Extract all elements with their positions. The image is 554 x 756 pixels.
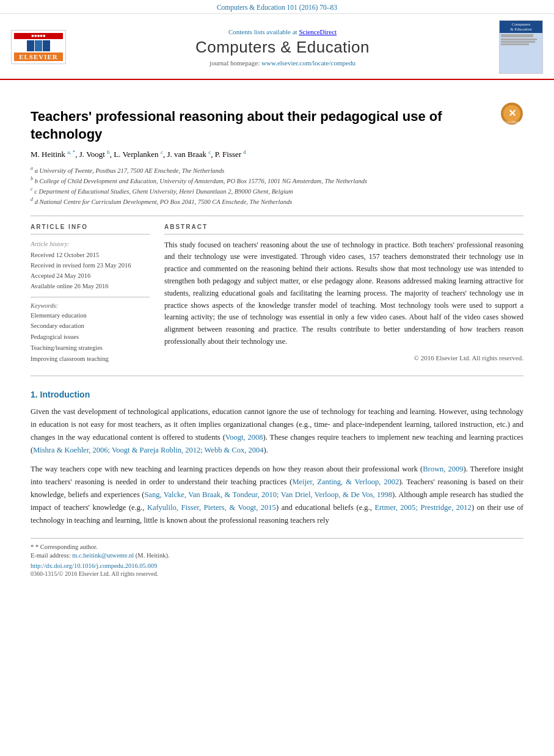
keyword-5: Improving classroom teaching bbox=[31, 355, 109, 362]
article-info-label: Article Info bbox=[31, 224, 150, 230]
ref-ertmer[interactable]: Ertmer, 2005; Prestridge, 2012 bbox=[374, 503, 471, 512]
email-note: E-mail address: m.c.heitink@utwente.nl (… bbox=[31, 552, 523, 559]
ref-meijer[interactable]: Meijer, Zanting, & Verloop, 2002 bbox=[292, 478, 399, 486]
introduction-section: 1. Introduction Given the vast developme… bbox=[31, 390, 523, 527]
svg-text:✕: ✕ bbox=[508, 108, 516, 118]
affiliations: a a University of Twente, Postbus 217, 7… bbox=[31, 165, 523, 207]
intro-paragraph-1: Given the vast development of technologi… bbox=[31, 405, 523, 457]
svg-text:CrossMark: CrossMark bbox=[505, 120, 520, 124]
received-date: Received 12 October 2015 bbox=[31, 252, 99, 258]
keywords-list: Elementary education Secondary education… bbox=[31, 310, 150, 365]
abstract-col: Abstract This study focused on teachers'… bbox=[164, 224, 523, 365]
journal-homepage: journal homepage: www.elsevier.com/locat… bbox=[66, 59, 499, 67]
ref-kafyulilo[interactable]: Kafyulilo, Fisser, Pieters, & Voogt, 201… bbox=[147, 503, 276, 512]
crossmark-logo[interactable]: ✕ CrossMark bbox=[500, 102, 523, 128]
article-history: Article history: Received 12 October 201… bbox=[31, 239, 150, 292]
journal-header: ■■■■■ ELSEVIER Contents lists available … bbox=[0, 14, 554, 80]
copyright: © 2016 Elsevier Ltd. All rights reserved… bbox=[164, 354, 523, 362]
available-date: Available online 26 May 2016 bbox=[31, 283, 109, 289]
contents-text: Contents lists available at bbox=[228, 28, 297, 35]
doi-link[interactable]: http://dx.doi.org/10.1016/j.compedu.2016… bbox=[31, 562, 157, 569]
article-info-abstract: Article Info Article history: Received 1… bbox=[31, 224, 523, 365]
sciencedirect-link[interactable]: Contents lists available at ScienceDirec… bbox=[66, 28, 499, 35]
corresponding-label: * Corresponding author. bbox=[35, 543, 98, 550]
ref-sang[interactable]: Sang, Valcke, Van Braak, & Tondeur, 2010… bbox=[144, 490, 392, 499]
paper-title: Teachers' professional reasoning about t… bbox=[31, 108, 494, 143]
keyword-1: Elementary education bbox=[31, 312, 87, 319]
sciencedirect-text[interactable]: ScienceDirect bbox=[299, 28, 337, 35]
footnote-area: * * Corresponding author. E-mail address… bbox=[31, 538, 523, 577]
citation-text: Computers & Education 101 (2016) 70–83 bbox=[217, 4, 337, 11]
received-revised-date: Received in revised form 23 May 2016 bbox=[31, 262, 131, 269]
journal-title: Computers & Education bbox=[66, 38, 499, 57]
doi-line: http://dx.doi.org/10.1016/j.compedu.2016… bbox=[31, 562, 523, 569]
email-author-name: (M. Heitink). bbox=[136, 552, 170, 559]
asterisk: * bbox=[31, 543, 34, 550]
keywords-label: Keywords: bbox=[31, 302, 150, 309]
journal-thumbnail: Computers& Education bbox=[499, 20, 543, 74]
article-info-col: Article Info Article history: Received 1… bbox=[31, 224, 150, 365]
history-label: Article history: bbox=[31, 239, 150, 250]
ref-brown-2009[interactable]: Brown, 2009 bbox=[423, 465, 463, 473]
accepted-date: Accepted 24 May 2016 bbox=[31, 272, 90, 279]
elsevier-text: ELSEVIER bbox=[14, 53, 63, 61]
abstract-text: This study focused on teachers' reasonin… bbox=[164, 239, 523, 348]
journal-center: Contents lists available at ScienceDirec… bbox=[66, 28, 499, 67]
content-area: Teachers' professional reasoning about t… bbox=[0, 80, 554, 588]
keyword-4: Teaching/learning strategies bbox=[31, 344, 103, 351]
intro-paragraph-2: The way teachers cope with new teaching … bbox=[31, 463, 523, 527]
ref-mishra-koehler[interactable]: Mishra & Koehler, 2006; Voogt & Pareja R… bbox=[33, 446, 263, 454]
email-link[interactable]: m.c.heitink@utwente.nl bbox=[72, 552, 134, 559]
citation-bar: Computers & Education 101 (2016) 70–83 bbox=[0, 0, 554, 14]
keyword-3: Pedagogical issues bbox=[31, 333, 79, 340]
keyword-2: Secondary education bbox=[31, 322, 84, 329]
homepage-url[interactable]: www.elsevier.com/locate/compedu bbox=[261, 59, 355, 67]
abstract-label: Abstract bbox=[164, 224, 523, 230]
issn-line: 0360-1315/© 2016 Elsevier Ltd. All right… bbox=[31, 570, 523, 577]
elsevier-logo: ■■■■■ ELSEVIER bbox=[11, 30, 66, 64]
separator bbox=[31, 216, 523, 216]
intro-heading: 1. Introduction bbox=[31, 390, 523, 399]
authors: M. Heitink a, *, J. Voogt b, L. Verplank… bbox=[31, 149, 523, 159]
ref-voogt-2008[interactable]: Voogt, 2008 bbox=[225, 433, 263, 442]
corresponding-note: * * Corresponding author. bbox=[31, 543, 523, 550]
email-label: E-mail address: bbox=[31, 552, 71, 559]
